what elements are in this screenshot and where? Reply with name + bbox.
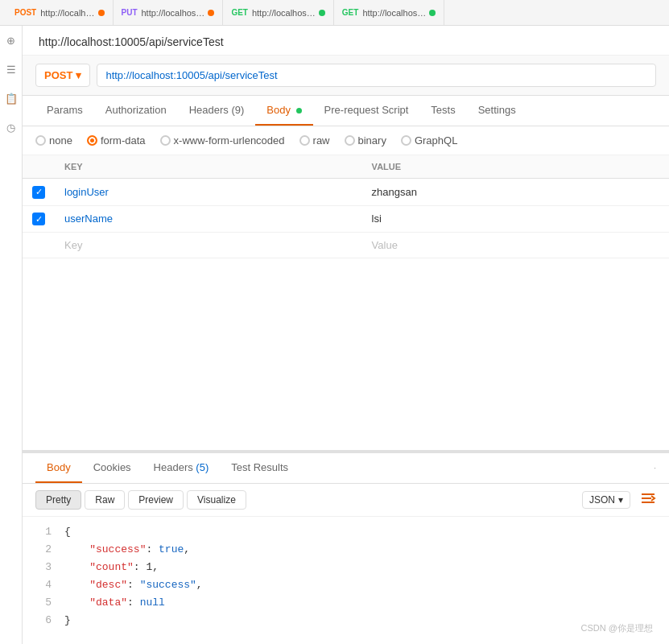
tab-authorization[interactable]: Authorization [94,96,178,126]
radio-none[interactable]: none [35,134,72,147]
request-bar: POST ▾ [23,56,669,96]
fmt-btn-visualize[interactable]: Visualize [187,490,246,510]
radio-urlencoded[interactable]: x-www-form-urlencoded [160,134,285,147]
radio-graphql[interactable]: GraphQL [401,134,457,147]
tab-url: http://localh… [40,8,94,18]
key-placeholder: Key [64,239,82,251]
tab-url: http://localhos… [142,8,205,18]
value-zhangsan: zhangsan [372,186,417,198]
key-link-username[interactable]: userName [64,213,113,225]
url-input[interactable] [97,64,656,87]
line-content-2: "success": true, [64,541,656,559]
json-key-count: "count" [89,561,134,573]
tab-pre-request[interactable]: Pre-request Script [313,96,420,126]
value-placeholder: Value [372,239,398,251]
method-select[interactable]: POST ▾ [35,64,90,87]
json-val-success: true [159,543,184,555]
method-chevron: ▾ [76,69,81,81]
code-line-6: 6 } [35,612,656,630]
row1-key[interactable]: loginUser [55,179,362,206]
format-row: Pretty Raw Preview Visualize JSON ▾ [23,484,669,517]
resp-headers-count: (5) [196,461,209,473]
code-line-5: 5 "data": null [35,594,656,612]
method-label: PUT [122,8,138,17]
method-label: GET [231,8,248,17]
radio-binary[interactable]: binary [345,134,386,147]
row2-check[interactable]: ✓ [23,205,55,233]
radio-graphql-label: GraphQL [415,134,457,147]
radio-raw[interactable]: raw [299,134,330,147]
radio-raw-circle [299,135,310,146]
line-num-6: 6 [35,612,52,630]
fmt-btn-pretty[interactable]: Pretty [35,490,81,510]
row2-key[interactable]: userName [55,205,362,233]
tab-get-2[interactable]: GET http://localhos… [334,0,444,25]
resp-tab-cookies[interactable]: Cookies [82,453,142,483]
sidebar-icon-add[interactable]: ⊕ [3,32,19,48]
line-content-4: "desc": "success", [64,576,656,594]
tab-tests[interactable]: Tests [419,96,466,126]
body-active-dot [296,108,302,114]
tab-headers[interactable]: Headers (9) [178,96,256,126]
checkbox-checked-icon[interactable]: ✓ [32,213,45,225]
method-label: POST [14,8,36,17]
sidebar-icon-clipboard[interactable]: 📋 [3,90,19,106]
tab-dot-green [319,10,325,16]
tab-settings-label: Settings [478,104,516,116]
tab-body[interactable]: Body [255,96,312,126]
tab-url: http://localhos… [362,8,426,18]
json-format-select[interactable]: JSON ▾ [582,491,630,509]
wrap-icon[interactable] [640,492,656,508]
tab-get-1[interactable]: GET http://localhos… [223,0,333,25]
row2-value[interactable]: lsi [362,205,669,233]
tab-body-label: Body [266,104,291,116]
sidebar-icon-menu[interactable]: ☰ [3,61,19,77]
line-content-3: "count": 1, [64,559,656,576]
top-tab-bar: POST http://localh… PUT http://localhos…… [0,0,669,26]
radio-form-data-circle [87,135,97,146]
json-format-label: JSON [589,494,615,506]
col-check [23,155,55,179]
checkbox-checked-icon[interactable]: ✓ [32,186,45,199]
line-content-1: { [64,523,656,541]
key-link-loginuser[interactable]: loginUser [64,186,109,198]
tab-headers-label: Headers (9) [189,104,245,116]
url-title: http://localhost:10005/api/serviceTest [23,26,669,56]
fmt-btn-preview[interactable]: Preview [128,490,184,510]
code-area: 1 { 2 "success": true, 3 "count": 1, [23,517,669,645]
resp-dot: · [654,463,656,473]
sidebar-icon-history[interactable]: ◷ [3,119,19,135]
row1-check[interactable]: ✓ [23,179,55,206]
tab-dot-orange [208,10,214,16]
json-key-desc: "desc" [89,579,127,591]
response-panel: Body Cookies Headers (5) Test Results · … [23,452,669,645]
fmt-btn-raw[interactable]: Raw [85,490,125,510]
line-content-6: } [64,612,656,630]
radio-form-data[interactable]: form-data [87,134,146,147]
response-tabs: Body Cookies Headers (5) Test Results · [23,453,669,484]
radio-urlencoded-circle [160,135,171,146]
nav-tabs: Params Authorization Headers (9) Body Pr… [23,96,669,126]
tab-authorization-label: Authorization [105,104,167,116]
radio-none-circle [35,135,46,146]
tab-post-1[interactable]: POST http://localh… [6,0,114,25]
tab-put-1[interactable]: PUT http://localhos… [114,0,224,25]
row1-value[interactable]: zhangsan [362,179,669,206]
table-row: ✓ loginUser zhangsan [23,179,669,206]
body-type-row: none form-data x-www-form-urlencoded raw… [23,126,669,155]
line-num-3: 3 [35,559,52,576]
resp-tab-body[interactable]: Body [35,453,82,483]
table-row: ✓ userName lsi [23,205,669,233]
resp-tab-headers[interactable]: Headers (5) [142,453,221,483]
tab-params[interactable]: Params [35,96,94,126]
table-row: Key Value [23,233,669,258]
line-content-5: "data": null [64,594,656,612]
body-spacer [23,258,669,452]
row3-value[interactable]: Value [362,233,669,258]
row3-key[interactable]: Key [55,233,362,258]
resp-tab-test-results[interactable]: Test Results [220,453,299,483]
radio-none-label: none [49,134,72,147]
tab-settings[interactable]: Settings [467,96,527,126]
resp-cookies-label: Cookies [93,461,131,473]
json-key-success: "success" [89,543,146,555]
